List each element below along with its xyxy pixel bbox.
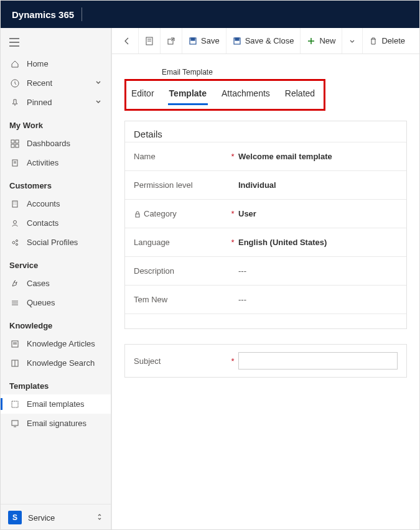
lock-icon	[134, 210, 141, 218]
field-label: Permission level	[134, 180, 193, 190]
command-bar: Save Save & Close New Delete	[112, 28, 419, 54]
field-language[interactable]: Language * English (United States)	[125, 228, 406, 256]
hamburger-button[interactable]	[1, 34, 111, 54]
chevron-down-icon	[95, 98, 102, 107]
subject-input[interactable]	[238, 352, 398, 370]
nav-label: Home	[27, 59, 102, 68]
svg-rect-25	[136, 214, 139, 217]
chevron-down-icon	[348, 37, 356, 45]
form-icon	[145, 37, 154, 45]
sidebar-item-accounts[interactable]: Accounts	[1, 194, 111, 213]
header-divider	[82, 7, 82, 21]
book-icon	[9, 359, 21, 368]
new-dropdown-button[interactable]	[342, 28, 363, 53]
sidebar-item-pinned[interactable]: Pinned	[1, 93, 111, 112]
svg-rect-24	[235, 38, 239, 40]
popout-icon	[167, 37, 175, 45]
field-value: ---	[238, 266, 398, 276]
sidebar: Home Recent Pinned My Work Dashboards Ac…	[1, 28, 111, 530]
svg-rect-22	[191, 38, 195, 40]
svg-rect-18	[12, 421, 18, 425]
sidebar-item-contacts[interactable]: Contacts	[1, 213, 111, 233]
sidebar-item-cases[interactable]: Cases	[1, 274, 111, 293]
required-indicator: *	[227, 238, 238, 247]
sidebar-item-knowledge-search[interactable]: Knowledge Search	[1, 353, 111, 373]
svg-rect-7	[16, 144, 19, 147]
tab-template[interactable]: Template	[168, 85, 208, 105]
required-indicator: *	[227, 209, 238, 218]
sidebar-item-recent[interactable]: Recent	[1, 73, 111, 93]
svg-rect-5	[16, 140, 19, 143]
sidebar-item-social[interactable]: Social Profiles	[1, 233, 111, 252]
template-icon	[9, 400, 21, 409]
tab-editor[interactable]: Editor	[130, 85, 156, 103]
sidebar-item-email-templates[interactable]: Email templates	[1, 394, 111, 414]
field-name[interactable]: Name * Welcome email template	[125, 142, 406, 170]
field-label: Language	[134, 238, 170, 247]
dashboard-icon	[9, 139, 21, 148]
section-service: Service	[1, 252, 111, 274]
tab-related[interactable]: Related	[284, 85, 316, 103]
nav-label: Knowledge Search	[27, 358, 102, 368]
delete-label: Delete	[381, 36, 405, 45]
sidebar-footer[interactable]: S Service	[1, 504, 111, 530]
svg-rect-6	[11, 144, 14, 147]
field-value: User	[238, 209, 398, 218]
nav-label: Accounts	[27, 199, 102, 208]
card-spacer	[125, 314, 406, 328]
delete-button[interactable]: Delete	[363, 28, 411, 53]
open-new-button[interactable]	[161, 28, 182, 53]
tabs-highlight-box: Editor Template Attachments Related	[124, 79, 325, 111]
nav-label: Contacts	[27, 218, 102, 228]
svg-rect-17	[12, 401, 18, 407]
details-title: Details	[125, 121, 406, 142]
sidebar-item-queues[interactable]: Queues	[1, 293, 111, 312]
form-selector-button[interactable]	[139, 28, 161, 53]
nav-label: Activities	[27, 158, 102, 167]
save-button[interactable]: Save	[182, 28, 226, 53]
section-knowledge: Knowledge	[1, 312, 111, 334]
chevron-down-icon	[95, 78, 102, 88]
new-button[interactable]: New	[301, 28, 342, 53]
svg-rect-4	[11, 140, 14, 143]
required-indicator: *	[227, 356, 238, 366]
nav-label: Knowledge Articles	[27, 339, 102, 348]
field-description[interactable]: Description ---	[125, 256, 406, 285]
svg-point-12	[16, 239, 18, 241]
section-mywork: My Work	[1, 112, 111, 134]
app-header: Dynamics 365	[1, 1, 419, 28]
main-area: Save Save & Close New Delete Email Templ…	[111, 28, 419, 530]
wrench-icon	[9, 279, 21, 288]
sidebar-item-email-signatures[interactable]: Email signatures	[1, 414, 111, 433]
section-templates: Templates	[1, 373, 111, 394]
home-icon	[9, 60, 21, 68]
field-category[interactable]: Category * User	[125, 199, 406, 228]
field-temnew[interactable]: Tem New ---	[125, 285, 406, 314]
sidebar-item-activities[interactable]: Activities	[1, 153, 111, 172]
field-value: ---	[238, 295, 398, 304]
nav-label: Dashboards	[27, 139, 102, 148]
svg-point-13	[16, 243, 18, 245]
nav-label: Social Profiles	[27, 238, 102, 247]
sidebar-item-home[interactable]: Home	[1, 54, 111, 73]
back-icon	[122, 36, 132, 46]
sidebar-item-knowledge-articles[interactable]: Knowledge Articles	[1, 334, 111, 353]
save-icon	[189, 37, 197, 45]
article-icon	[9, 340, 21, 348]
tab-attachments[interactable]: Attachments	[220, 85, 271, 103]
app-title: Dynamics 365	[12, 9, 74, 20]
sidebar-item-dashboards[interactable]: Dashboards	[1, 134, 111, 153]
tabs: Editor Template Attachments Related	[130, 85, 316, 105]
field-value: Welcome email template	[238, 152, 398, 161]
back-button[interactable]	[116, 28, 139, 53]
clipboard-icon	[9, 159, 21, 167]
entity-label: Email Template	[162, 68, 407, 77]
save-close-button[interactable]: Save & Close	[226, 28, 301, 53]
field-permission[interactable]: Permission level Individual	[125, 170, 406, 199]
plus-icon	[307, 37, 315, 45]
nav-label: Pinned	[27, 98, 95, 107]
save-close-label: Save & Close	[245, 36, 294, 45]
building-icon	[9, 200, 21, 208]
field-value: Individual	[238, 180, 398, 190]
trash-icon	[369, 37, 378, 45]
